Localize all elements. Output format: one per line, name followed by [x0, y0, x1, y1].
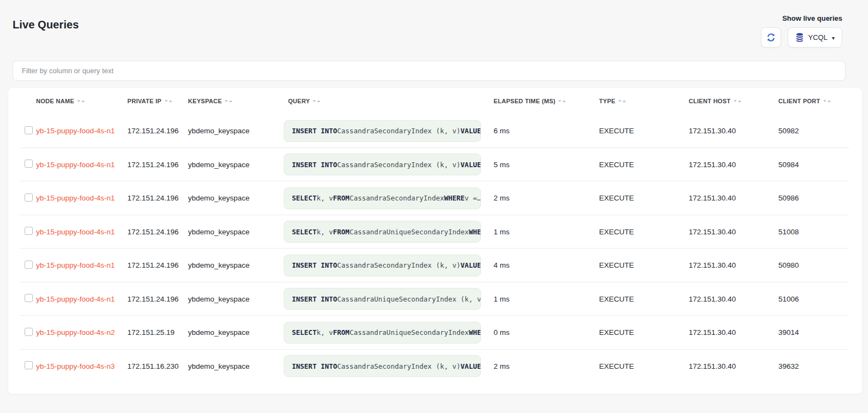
type-cell: EXECUTE — [599, 328, 689, 337]
node-name-link[interactable]: yb-15-puppy-food-4s-n1 — [36, 127, 127, 135]
column-header-query[interactable]: QUERY — [284, 98, 494, 104]
type-cell: EXECUTE — [599, 295, 689, 303]
query-chip[interactable]: INSERT INTO CassandraSecondaryIndex (k, … — [284, 255, 481, 276]
private-ip-cell: 172.151.16.230 — [127, 362, 188, 370]
sort-desc-icon — [823, 100, 826, 102]
row-checkbox[interactable] — [25, 361, 33, 369]
column-header-elapsed-time[interactable]: ELAPSED TIME (MS) — [494, 98, 599, 104]
sort-icon[interactable] — [558, 100, 566, 102]
sort-desc-icon — [734, 100, 737, 102]
node-name-link[interactable]: yb-15-puppy-food-4s-n1 — [36, 194, 127, 202]
query-chip[interactable]: INSERT INTO CassandraSecondaryIndex (k, … — [284, 154, 481, 175]
query-chip[interactable]: INSERT INTO CassandraSecondaryIndex (k, … — [284, 120, 481, 142]
sort-asc-icon — [317, 100, 320, 102]
node-name-link[interactable]: yb-15-puppy-food-4s-n1 — [36, 228, 127, 236]
column-header-client-host[interactable]: CLIENT HOST — [689, 98, 778, 104]
table-row[interactable]: yb-15-puppy-food-4s-n1 172.151.24.196 yb… — [8, 114, 862, 148]
node-name-link[interactable]: yb-15-puppy-food-4s-n3 — [36, 362, 127, 370]
sort-icon[interactable] — [313, 100, 320, 102]
node-name-link[interactable]: yb-15-puppy-food-4s-n1 — [36, 261, 127, 269]
client-host-cell: 172.151.30.40 — [689, 295, 778, 303]
row-checkbox[interactable] — [25, 328, 33, 336]
sort-icon[interactable] — [823, 100, 831, 102]
column-label: QUERY — [288, 98, 310, 104]
sort-asc-icon — [562, 100, 566, 102]
keyspace-cell: ybdemo_keyspace — [188, 295, 284, 303]
table-row[interactable]: yb-15-puppy-food-4s-n1 172.151.24.196 yb… — [8, 215, 862, 249]
column-header-type[interactable]: TYPE — [599, 98, 689, 104]
page-header: Live Queries Show live queries — [0, 0, 868, 48]
sort-icon[interactable] — [734, 100, 741, 102]
table-row[interactable]: yb-15-puppy-food-4s-n1 172.151.24.196 yb… — [8, 148, 862, 182]
keyspace-cell: ybdemo_keyspace — [188, 261, 284, 269]
column-label: TYPE — [599, 98, 615, 104]
elapsed-time-cell: 1 ms — [494, 295, 599, 303]
row-checkbox[interactable] — [25, 261, 33, 269]
table-header-row: NODE NAMEPRIVATE IPKEYSPACEQUERYELAPSED … — [8, 88, 862, 114]
table-row[interactable]: yb-15-puppy-food-4s-n1 172.151.24.196 yb… — [8, 181, 862, 215]
query-chip[interactable]: SELECT k, v FROM CassandraUniqueSecondar… — [284, 221, 481, 243]
client-port-cell: 50982 — [778, 127, 849, 135]
type-cell: EXECUTE — [599, 261, 689, 269]
sort-desc-icon — [558, 100, 561, 102]
sort-icon[interactable] — [618, 100, 626, 102]
elapsed-time-cell: 5 ms — [494, 161, 599, 169]
keyspace-cell: ybdemo_keyspace — [188, 328, 284, 337]
query-chip[interactable]: INSERT INTO CassandraSecondaryIndex (k, … — [284, 355, 481, 377]
client-port-cell: 39014 — [778, 328, 849, 337]
table-row[interactable]: yb-15-puppy-food-4s-n3 172.151.16.230 yb… — [8, 350, 862, 384]
row-checkbox[interactable] — [25, 294, 33, 302]
api-type-label: YCQL — [808, 33, 828, 42]
column-header-keyspace[interactable]: KEYSPACE — [188, 98, 284, 104]
private-ip-cell: 172.151.25.19 — [127, 328, 188, 337]
client-host-cell: 172.151.30.40 — [689, 161, 778, 169]
client-host-cell: 172.151.30.40 — [689, 194, 778, 202]
column-label: CLIENT HOST — [689, 98, 731, 104]
private-ip-cell: 172.151.24.196 — [127, 228, 188, 236]
filter-bar — [13, 61, 846, 81]
client-host-cell: 172.151.30.40 — [689, 127, 778, 135]
type-cell: EXECUTE — [599, 362, 689, 370]
type-cell: EXECUTE — [599, 127, 689, 135]
node-name-link[interactable]: yb-15-puppy-food-4s-n2 — [36, 328, 127, 337]
keyspace-cell: ybdemo_keyspace — [188, 161, 284, 169]
sort-desc-icon — [618, 100, 621, 102]
column-header-private-ip[interactable]: PRIVATE IP — [127, 98, 188, 104]
sort-icon[interactable] — [77, 100, 85, 102]
query-chip[interactable]: INSERT INTO CassandraUniqueSecondaryInde… — [284, 288, 481, 310]
node-name-link[interactable]: yb-15-puppy-food-4s-n1 — [36, 161, 127, 169]
elapsed-time-cell: 2 ms — [494, 194, 599, 202]
client-port-cell: 50986 — [778, 194, 849, 202]
row-checkbox[interactable] — [25, 160, 33, 168]
query-chip[interactable]: SELECT k, v FROM CassandraSecondaryIndex… — [284, 187, 481, 209]
toolbar: Show live queries — [761, 14, 842, 48]
table-row[interactable]: yb-15-puppy-food-4s-n1 172.151.24.196 yb… — [8, 282, 862, 316]
live-queries-table: NODE NAMEPRIVATE IPKEYSPACEQUERYELAPSED … — [8, 88, 862, 394]
sort-asc-icon — [81, 100, 85, 102]
row-checkbox[interactable] — [25, 227, 33, 235]
api-type-dropdown[interactable]: YCQL ▾ — [788, 27, 842, 48]
sort-asc-icon — [169, 100, 172, 102]
table-row[interactable]: yb-15-puppy-food-4s-n1 172.151.24.196 yb… — [8, 249, 862, 282]
row-checkbox[interactable] — [25, 193, 33, 202]
row-checkbox[interactable] — [25, 126, 33, 134]
query-chip[interactable]: SELECT k, v FROM CassandraUniqueSecondar… — [284, 322, 481, 344]
client-port-cell: 50980 — [778, 261, 849, 269]
elapsed-time-cell: 6 ms — [494, 127, 599, 135]
sort-desc-icon — [225, 100, 228, 102]
refresh-button[interactable] — [761, 27, 781, 48]
sort-icon[interactable] — [165, 100, 172, 102]
table-row[interactable]: yb-15-puppy-food-4s-n2 172.151.25.19 ybd… — [8, 316, 862, 350]
node-name-link[interactable]: yb-15-puppy-food-4s-n1 — [36, 295, 127, 303]
sort-icon[interactable] — [225, 100, 232, 102]
keyspace-cell: ybdemo_keyspace — [188, 127, 284, 135]
sort-asc-icon — [623, 100, 626, 102]
filter-input[interactable] — [13, 61, 846, 81]
column-header-node-name[interactable]: NODE NAME — [36, 98, 127, 104]
elapsed-time-cell: 4 ms — [494, 261, 599, 269]
caret-down-icon: ▾ — [832, 34, 835, 41]
private-ip-cell: 172.151.24.196 — [127, 295, 188, 303]
column-header-client-port[interactable]: CLIENT PORT — [778, 98, 849, 104]
client-port-cell: 39632 — [778, 362, 849, 370]
elapsed-time-cell: 2 ms — [494, 362, 599, 370]
